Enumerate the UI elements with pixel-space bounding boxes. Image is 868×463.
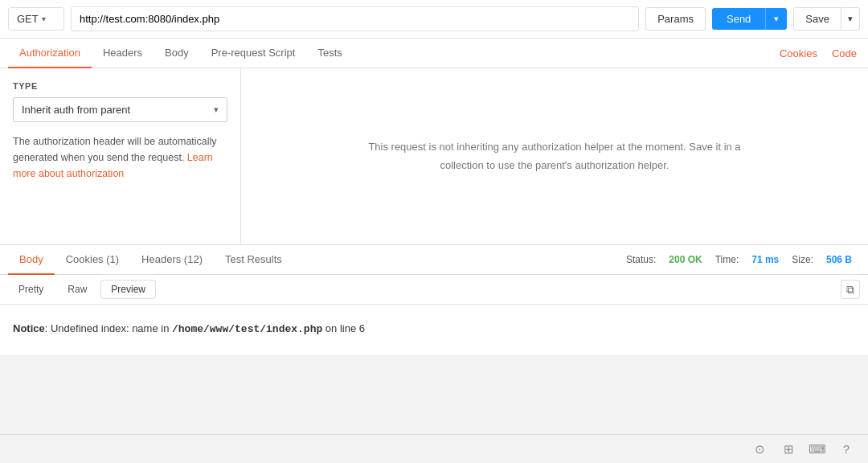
subtabs-left: Pretty Raw Preview xyxy=(8,280,156,299)
request-tabs-left: Authorization Headers Body Pre-request S… xyxy=(8,39,354,68)
copy-icon[interactable]: ⧉ xyxy=(841,280,860,299)
method-label: GET xyxy=(17,13,39,25)
save-button[interactable]: Save xyxy=(793,7,841,31)
notice-line: Notice: Undefined index: name in /home/w… xyxy=(13,321,855,338)
method-chevron-icon: ▾ xyxy=(42,14,46,23)
inherit-message: This request is not inheriting any autho… xyxy=(354,138,755,174)
tab-pre-request-script[interactable]: Pre-request Script xyxy=(200,39,307,68)
time-value: 71 ms xyxy=(751,254,779,265)
top-bar: GET ▾ Params Send ▾ Save ▾ xyxy=(0,0,868,39)
status-value: 200 OK xyxy=(669,254,702,265)
help-icon[interactable]: ? xyxy=(837,440,855,458)
size-value: 506 B xyxy=(826,254,852,265)
response-tab-cookies[interactable]: Cookies (1) xyxy=(55,245,130,275)
subtab-pretty[interactable]: Pretty xyxy=(8,280,54,299)
location-icon[interactable]: ⊙ xyxy=(751,440,768,458)
send-button[interactable]: Send xyxy=(712,8,765,30)
subtab-preview[interactable]: Preview xyxy=(100,280,156,299)
subtab-raw[interactable]: Raw xyxy=(57,280,97,299)
auth-description: The authorization header will be automat… xyxy=(13,133,227,182)
status-label: Status: xyxy=(626,254,656,265)
notice-middle: : Undefined index: name in xyxy=(45,322,172,334)
auth-content-area: TYPE Inherit auth from parent ▾ The auth… xyxy=(0,68,868,245)
type-select-dropdown[interactable]: Inherit auth from parent ▾ xyxy=(13,97,227,122)
cookies-link[interactable]: Cookies xyxy=(776,39,821,68)
time-label: Time: xyxy=(715,254,739,265)
response-section: Body Cookies (1) Headers (12) Test Resul… xyxy=(0,245,868,354)
notice-after: on line 6 xyxy=(322,322,365,334)
code-link[interactable]: Code xyxy=(829,39,860,68)
response-status-bar: Status: 200 OK Time: 71 ms Size: 506 B xyxy=(618,248,860,272)
auth-description-text: The authorization header will be automat… xyxy=(13,136,217,163)
send-dropdown-button[interactable]: ▾ xyxy=(765,8,787,30)
response-body: Notice: Undefined index: name in /home/w… xyxy=(0,305,868,354)
keyboard-icon[interactable]: ⌨ xyxy=(809,440,826,458)
save-group: Save ▾ xyxy=(793,7,860,31)
type-chevron-icon: ▾ xyxy=(214,104,219,115)
response-tab-test-results[interactable]: Test Results xyxy=(214,245,293,275)
response-tabs-left: Body Cookies (1) Headers (12) Test Resul… xyxy=(8,245,293,274)
params-button[interactable]: Params xyxy=(645,7,706,31)
method-dropdown[interactable]: GET ▾ xyxy=(8,7,64,31)
type-label: TYPE xyxy=(13,81,227,91)
layout-icon[interactable]: ⊞ xyxy=(780,440,797,458)
response-tab-body[interactable]: Body xyxy=(8,245,55,275)
notice-bold: Notice xyxy=(13,322,45,334)
response-tabs-bar: Body Cookies (1) Headers (12) Test Resul… xyxy=(0,245,868,275)
bottom-bar: ⊙ ⊞ ⌨ ? xyxy=(0,434,868,463)
save-dropdown-button[interactable]: ▾ xyxy=(841,7,860,31)
tab-authorization[interactable]: Authorization xyxy=(8,39,92,68)
tab-headers[interactable]: Headers xyxy=(92,39,154,68)
notice-path: /home/www/test/index.php xyxy=(172,323,322,335)
tab-body[interactable]: Body xyxy=(154,39,200,68)
size-label: Size: xyxy=(792,254,813,265)
tab-tests[interactable]: Tests xyxy=(306,39,353,68)
type-select-value: Inherit auth from parent xyxy=(22,104,130,116)
body-subtabs-bar: Pretty Raw Preview ⧉ xyxy=(0,275,868,305)
request-tabs-bar: Authorization Headers Body Pre-request S… xyxy=(0,39,868,68)
send-group: Send ▾ xyxy=(712,8,787,30)
response-tab-headers[interactable]: Headers (12) xyxy=(130,245,214,275)
request-tabs-right: Cookies Code xyxy=(776,39,860,68)
auth-right-panel: This request is not inheriting any autho… xyxy=(241,68,868,244)
auth-left-panel: TYPE Inherit auth from parent ▾ The auth… xyxy=(0,68,241,244)
url-input[interactable] xyxy=(71,6,639,31)
